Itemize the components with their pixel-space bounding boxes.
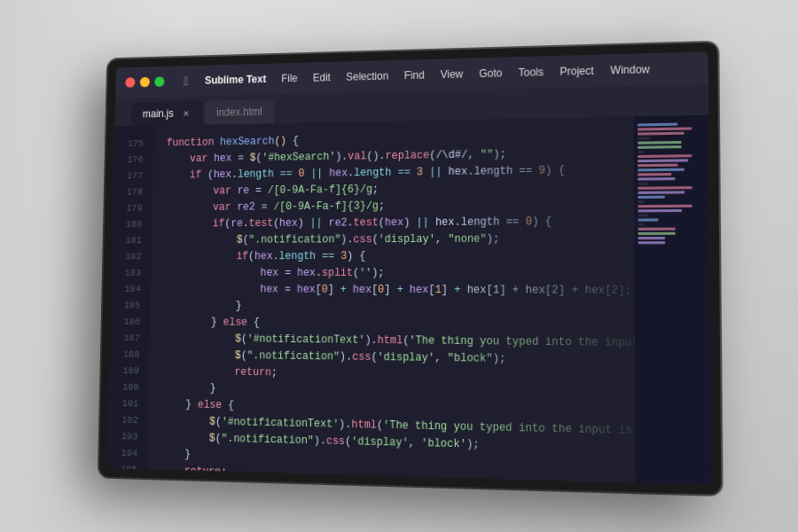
line-num-181: 181 [125,232,148,248]
minimize-button[interactable] [140,77,150,88]
mini-line-22 [638,218,658,221]
mini-line-19 [638,205,692,208]
laptop-outer:  Sublime Text File Edit Selection Find … [0,0,798,532]
mini-line-21 [638,214,647,216]
line-num-196: 196 [121,478,144,485]
mini-line-25 [638,232,676,235]
menu-bar: Sublime Text File Edit Selection Find Vi… [205,63,650,86]
menu-goto[interactable]: Goto [479,66,502,80]
mini-line-23 [638,223,645,226]
line-num-179: 179 [126,200,149,216]
line-num-189: 189 [122,363,145,379]
mini-line-13 [638,177,675,181]
line-num-187: 187 [123,330,146,347]
line-num-177: 177 [127,168,150,184]
code-line-184: if(hex.length == 3) { [164,247,619,265]
line-num-186: 186 [123,314,146,331]
mini-line-18 [638,200,645,203]
line-num-178: 178 [126,184,149,200]
code-line-182: if(re.test(hex) || re2.test(hex) || hex.… [165,214,620,233]
mini-line-3 [638,132,685,136]
line-num-188: 188 [123,347,146,364]
mini-line-5 [638,141,681,145]
tab-main-js-close[interactable]: ✕ [180,107,192,120]
screen-inner:  Sublime Text File Edit Selection Find … [107,51,711,485]
code-line-186: hex = hex[0] + hex[0] + hex[1] + hex[1] … [163,281,619,300]
code-line-185: hex = hex.split(''); [164,265,620,283]
line-num-182: 182 [125,249,148,265]
menu-file[interactable]: File [281,72,298,84]
mini-line-10 [638,164,678,168]
line-num-194: 194 [121,445,144,462]
mini-line-9 [638,159,688,162]
line-num-195: 195 [121,462,144,479]
mini-line-7 [638,151,645,153]
menu-selection[interactable]: Selection [346,70,388,83]
mini-line-15 [638,186,692,190]
mini-line-6 [638,145,681,149]
line-num-191: 191 [122,395,145,412]
mini-line-17 [638,196,664,199]
minimap [634,115,712,485]
line-num-175: 175 [128,136,151,153]
code-content[interactable]: function hexSearch() { var hex = $('#hex… [147,116,636,482]
tab-index-html[interactable]: index.html [205,99,274,125]
menu-view[interactable]: View [441,68,464,81]
app-name-label: Sublime Text [205,73,266,86]
line-numbers: 175 176 177 178 179 180 181 182 183 184 … [107,126,153,470]
mini-line-11 [638,168,685,172]
mini-line-16 [638,191,685,194]
mini-line-2 [638,127,692,130]
menu-edit[interactable]: Edit [313,71,331,83]
mini-line-27 [638,241,665,244]
line-num-193: 193 [121,428,145,445]
maximize-button[interactable] [154,76,164,87]
line-num-180: 180 [126,216,149,232]
traffic-lights [125,76,164,87]
tab-index-html-label: index.html [216,106,262,119]
line-num-184: 184 [124,281,147,297]
tab-main-js-label: main.js [143,107,174,120]
minimap-content [634,115,710,252]
code-editor[interactable]: 175 176 177 178 179 180 181 182 183 184 … [107,115,711,485]
tab-main-js[interactable]: main.js ✕ [131,101,204,126]
screen-bezel:  Sublime Text File Edit Selection Find … [99,43,722,495]
mini-line-1 [638,123,677,127]
line-num-185: 185 [124,298,147,315]
mini-line-26 [638,237,665,239]
menu-find[interactable]: Find [404,69,425,82]
mini-line-14 [638,182,647,184]
code-line-183: $(".notification").css('display', "none"… [165,231,620,249]
menu-window[interactable]: Window [610,63,650,76]
mini-line-8 [638,154,692,158]
close-button[interactable] [125,77,135,88]
line-num-183: 183 [125,265,148,281]
mini-line-4 [638,137,651,139]
mini-line-24 [638,228,675,231]
line-num-176: 176 [127,152,150,168]
apple-logo-icon:  [184,74,188,88]
mini-line-20 [638,209,681,212]
menu-tools[interactable]: Tools [519,66,544,79]
menu-project[interactable]: Project [559,65,593,78]
line-num-190: 190 [122,379,145,396]
line-num-192: 192 [121,412,145,429]
mini-line-12 [638,173,671,176]
